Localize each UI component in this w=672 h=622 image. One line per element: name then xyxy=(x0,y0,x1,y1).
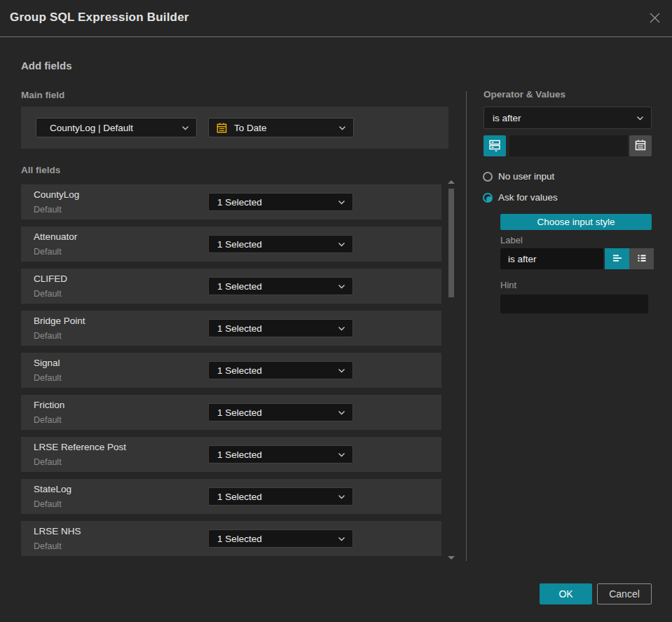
field-source: Default xyxy=(34,541,62,551)
field-source: Default xyxy=(34,289,62,299)
radio-icon xyxy=(483,172,493,182)
hint-field-label: Hint xyxy=(500,280,516,290)
get-values-button[interactable] xyxy=(484,135,506,156)
chevron-down-icon xyxy=(338,284,352,289)
field-row: LRSE Reference Post Default 1 Selected xyxy=(21,437,441,472)
date-field-select[interactable]: To Date xyxy=(208,118,354,137)
main-field-label: Main field xyxy=(21,90,64,100)
close-icon xyxy=(649,12,661,26)
chevron-down-icon xyxy=(181,126,196,130)
field-name: LRSE NHS xyxy=(34,526,81,536)
field-row: CountyLog Default 1 Selected xyxy=(21,184,441,219)
field-row: Signal Default 1 Selected xyxy=(21,353,441,388)
all-fields-label: All fields xyxy=(21,165,60,175)
chevron-down-icon xyxy=(338,326,352,331)
scrollbar-thumb[interactable] xyxy=(448,189,454,297)
field-source: Default xyxy=(34,205,62,215)
main-field-select[interactable]: CountyLog | Default xyxy=(36,118,197,137)
chevron-down-icon xyxy=(338,452,352,457)
dialog-title: Group SQL Expression Builder xyxy=(10,11,189,25)
date-picker-button[interactable] xyxy=(629,135,652,156)
ok-button[interactable]: OK xyxy=(540,583,592,604)
align-left-icon xyxy=(611,252,624,266)
field-source: Default xyxy=(34,373,62,383)
field-name: Signal xyxy=(34,358,60,368)
chevron-down-icon xyxy=(338,410,352,415)
chevron-down-icon xyxy=(338,242,352,247)
field-source: Default xyxy=(34,415,62,425)
calendar-icon xyxy=(634,139,647,154)
chevron-down-icon xyxy=(338,494,352,499)
main-field-panel: CountyLog | Default To Date xyxy=(21,107,448,149)
chevron-down-icon xyxy=(636,116,651,121)
value-input[interactable] xyxy=(509,135,628,156)
panel-divider xyxy=(466,91,467,561)
field-values-select[interactable]: 1 Selected xyxy=(208,529,353,548)
chevron-down-icon xyxy=(338,368,352,373)
field-source: Default xyxy=(34,247,62,257)
field-row: Bridge Point Default 1 Selected xyxy=(21,311,441,346)
field-name: CountyLog xyxy=(34,189,79,200)
close-button[interactable] xyxy=(645,10,664,28)
field-values-select[interactable]: 1 Selected xyxy=(208,445,353,464)
radio-ask-for-values[interactable]: Ask for values xyxy=(483,192,558,203)
all-fields-list: CountyLog Default 1 Selected Attenuator … xyxy=(21,184,441,563)
radio-no-user-input[interactable]: No user input xyxy=(483,171,554,182)
list-style-button[interactable] xyxy=(629,248,654,269)
field-row: StateLog Default 1 Selected xyxy=(21,479,441,514)
titlebar: Group SQL Expression Builder xyxy=(0,0,672,37)
field-name: StateLog xyxy=(34,484,71,494)
field-values-select[interactable]: 1 Selected xyxy=(208,235,353,253)
scrollbar-down-icon[interactable] xyxy=(448,556,455,560)
field-source: Default xyxy=(34,331,62,341)
field-values-select[interactable]: 1 Selected xyxy=(208,193,353,211)
list-icon xyxy=(636,252,648,266)
field-source: Default xyxy=(34,457,62,467)
list-scrollbar[interactable] xyxy=(446,179,457,561)
field-name: Attenuator xyxy=(34,231,77,242)
field-row: LRSE NHS Default 1 Selected xyxy=(21,521,441,556)
field-row: Attenuator Default 1 Selected xyxy=(21,227,441,262)
choose-input-style-button[interactable]: Choose input style xyxy=(500,214,652,230)
label-field-label: Label xyxy=(500,235,523,245)
field-name: Bridge Point xyxy=(34,316,85,326)
field-values-select[interactable]: 1 Selected xyxy=(208,319,353,337)
hint-input[interactable] xyxy=(500,295,648,313)
field-values-select[interactable]: 1 Selected xyxy=(208,361,353,379)
field-source: Default xyxy=(34,499,62,509)
operator-values-heading: Operator & Values xyxy=(484,89,565,100)
field-values-select[interactable]: 1 Selected xyxy=(208,403,353,421)
scrollbar-up-icon[interactable] xyxy=(448,180,455,184)
add-fields-heading: Add fields xyxy=(21,60,72,72)
field-name: LRSE Reference Post xyxy=(34,442,126,452)
layers-values-icon xyxy=(488,138,502,154)
field-name: Friction xyxy=(34,400,64,410)
cancel-button[interactable]: Cancel xyxy=(597,583,652,604)
calendar-icon xyxy=(216,122,228,134)
chevron-down-icon xyxy=(338,200,352,205)
radio-icon xyxy=(483,193,493,203)
field-values-select[interactable]: 1 Selected xyxy=(208,487,353,506)
field-values-select[interactable]: 1 Selected xyxy=(208,277,353,295)
label-input[interactable] xyxy=(500,248,603,269)
group-sql-expression-builder-dialog: Group SQL Expression Builder Add fields … xyxy=(0,0,672,622)
field-name: CLIFED xyxy=(34,273,67,284)
field-row: Friction Default 1 Selected xyxy=(21,395,441,430)
operator-select[interactable]: is after xyxy=(484,107,652,129)
chevron-down-icon xyxy=(338,126,353,130)
chevron-down-icon xyxy=(338,536,352,541)
field-row: CLIFED Default 1 Selected xyxy=(21,269,441,304)
single-value-style-button[interactable] xyxy=(605,248,629,269)
